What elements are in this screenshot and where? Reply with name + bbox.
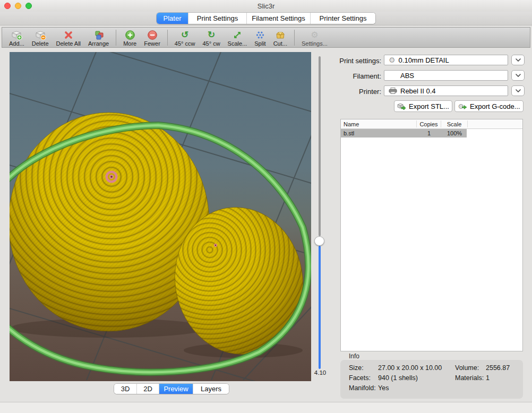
cut-box-icon (275, 30, 286, 40)
layer-slider-thumb[interactable] (314, 236, 324, 246)
split-dots-icon (255, 30, 265, 40)
title-bar: Slic3r (0, 0, 532, 12)
print-settings-combo[interactable]: ⚙ 0.10mm DETAIL (384, 55, 508, 65)
more-label: More (123, 40, 136, 47)
cut-button[interactable]: Cut... (270, 29, 291, 47)
facets-value: 940 (1 shells) (378, 374, 418, 382)
delete-button[interactable]: Delete (28, 29, 53, 47)
chevron-down-icon (516, 74, 521, 77)
add-box-icon (11, 30, 22, 40)
printer-label: Printer: (329, 88, 381, 96)
slic3r-window: Slic3r Plater Print Settings Filament Se… (0, 0, 532, 413)
more-plus-icon (125, 30, 135, 40)
window-title: Slic3r (0, 2, 532, 10)
info-panel: Size: 27.00 x 20.00 x 10.00 Volume: 2556… (340, 360, 523, 399)
tab-layers[interactable]: Layers (193, 384, 229, 394)
status-bar (0, 402, 532, 413)
add-button[interactable]: Add... (5, 29, 28, 47)
fewer-label: Fewer (144, 40, 160, 47)
filament-dropdown-button[interactable] (511, 70, 525, 81)
arrange-button[interactable]: Arrange (84, 29, 113, 47)
gear-icon: ⚙ (311, 30, 318, 40)
more-button[interactable]: More (119, 29, 140, 47)
delete-all-x-icon (64, 30, 73, 40)
arrange-label: Arrange (88, 40, 109, 47)
cut-label: Cut... (273, 40, 287, 47)
export-stl-icon (397, 102, 406, 110)
printer-combo[interactable]: Rebel II 0.4 (384, 85, 508, 96)
tab-filament-settings[interactable]: Filament Settings (247, 13, 311, 24)
filament-label: Filament: (329, 72, 381, 80)
size-value: 27.00 x 20.00 x 10.00 (378, 364, 442, 372)
print-settings-dropdown-button[interactable] (511, 55, 525, 65)
volume-value: 2556.87 (486, 364, 510, 372)
tab-preview[interactable]: Preview (159, 384, 193, 394)
tab-plater[interactable]: Plater (157, 13, 188, 24)
3d-viewport[interactable] (10, 52, 311, 381)
delete-all-label: Delete All (56, 40, 81, 47)
materials-value: 1 (486, 374, 490, 382)
toolbar: Add... Delete Delete All Arrange More (2, 27, 530, 48)
tab-2d[interactable]: 2D (137, 384, 159, 394)
tab-printer-settings[interactable]: Printer Settings (311, 13, 375, 24)
export-gcode-label: Export G-code... (470, 102, 520, 110)
manifold-label: Manifold: (349, 384, 376, 392)
tab-3d[interactable]: 3D (114, 384, 137, 394)
column-header-scale[interactable]: Scale (441, 121, 468, 127)
rotate-cw-label: 45° cw (202, 40, 220, 47)
rotate-ccw-icon: ↺ (181, 30, 188, 40)
scale-arrows-icon (233, 30, 242, 40)
object-list-header: Name Copies Scale (341, 119, 522, 129)
chevron-down-icon (516, 58, 521, 62)
export-gcode-icon: ⚙ (458, 102, 467, 110)
top-layer-highlight-small (214, 244, 217, 247)
printer-icon (389, 88, 397, 94)
layer-slider-track-filled[interactable] (319, 246, 321, 369)
toolbar-separator (294, 30, 295, 46)
filament-value: ABS (400, 72, 414, 80)
info-panel-title: Info (349, 352, 359, 360)
export-stl-button[interactable]: Export STL... (394, 100, 452, 112)
add-label: Add... (9, 40, 24, 47)
tab-print-settings[interactable]: Print Settings (188, 13, 247, 24)
cell-copies: 1 (417, 129, 441, 137)
print-settings-label: Print settings: (329, 57, 381, 65)
rotate-cw-button[interactable]: ↻ 45° cw (199, 29, 224, 47)
top-layer-highlight (106, 171, 118, 183)
rotate-ccw-label: 45° ccw (175, 40, 195, 47)
gear-icon: ⚙ (389, 56, 396, 64)
settings-label: Settings... (302, 40, 328, 47)
toolbar-separator (116, 30, 116, 46)
layer-slider-track[interactable] (319, 56, 321, 236)
scale-button[interactable]: Scale... (224, 29, 251, 47)
delete-box-icon (35, 30, 46, 40)
table-row[interactable]: b.stl 1 100% (341, 129, 522, 137)
fewer-minus-icon (147, 30, 158, 40)
object-list: Name Copies Scale b.stl 1 100% (340, 119, 523, 351)
layer-slider-value: 4.10 (310, 369, 330, 376)
manifold-value: Yes (378, 384, 389, 392)
rotate-ccw-button[interactable]: ↺ 45° ccw (171, 29, 199, 47)
column-header-name[interactable]: Name (341, 121, 417, 127)
split-label: Split (254, 40, 265, 47)
scale-label: Scale... (228, 40, 247, 47)
object-settings-button[interactable]: ⚙ Settings... (298, 29, 331, 47)
print-settings-value: 0.10mm DETAIL (399, 56, 449, 64)
volume-label: Volume: (455, 364, 479, 372)
export-gcode-button[interactable]: ⚙ Export G-code... (454, 100, 524, 112)
fewer-button[interactable]: Fewer (140, 29, 164, 47)
view-tab-control: 3D 2D Preview Layers (114, 384, 229, 394)
main-tab-control: Plater Print Settings Filament Settings … (157, 13, 375, 24)
materials-label: Materials: (455, 374, 484, 382)
delete-label: Delete (32, 40, 49, 47)
delete-all-button[interactable]: Delete All (53, 29, 84, 47)
filament-combo[interactable]: ABS (384, 70, 508, 81)
facets-label: Facets: (349, 374, 371, 382)
printer-dropdown-button[interactable] (511, 85, 525, 96)
chevron-down-icon (516, 89, 521, 92)
cell-name: b.stl (341, 129, 417, 137)
printer-value: Rebel II 0.4 (400, 87, 436, 95)
cell-scale: 100% (441, 129, 468, 137)
column-header-copies[interactable]: Copies (417, 121, 441, 127)
split-button[interactable]: Split (251, 29, 269, 47)
